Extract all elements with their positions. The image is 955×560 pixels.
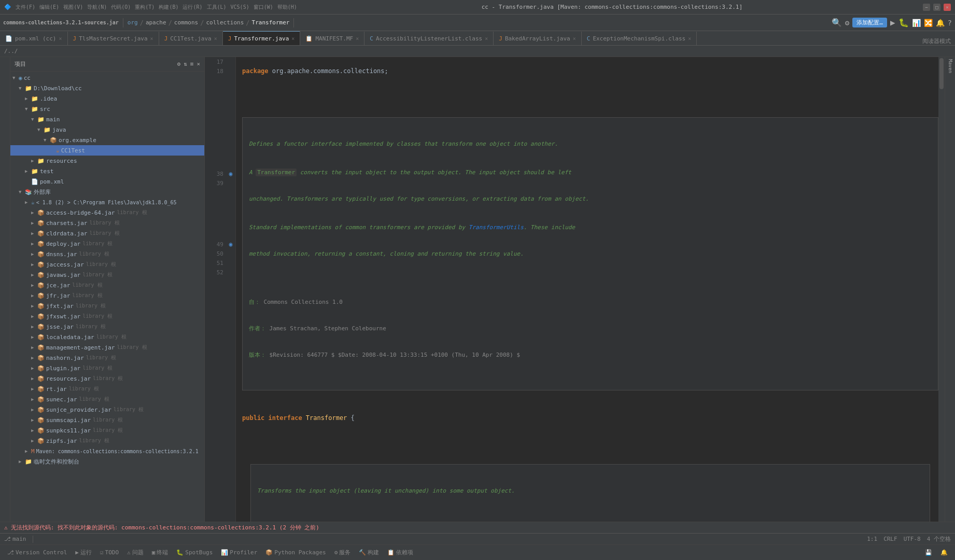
status-crlf[interactable]: CRLF — [883, 535, 897, 543]
tree-item-test[interactable]: ▶ 📁 test — [10, 166, 204, 176]
tree-item-jaccess[interactable]: ▶ 📦 jaccess.jar library 根 — [10, 259, 204, 270]
tree-item-maven-commons[interactable]: ▶ M Maven: commons-collections:commons-c… — [10, 446, 204, 456]
tab-accessibility[interactable]: C AccessibilityListenerList.class × — [364, 32, 494, 45]
tab-transformer-close[interactable]: × — [291, 36, 294, 41]
bottom-python-packages[interactable]: 📦 Python Packages — [262, 548, 329, 557]
bottom-services[interactable]: ⚙ 服务 — [331, 548, 354, 557]
menu-window[interactable]: 窗口(W) — [254, 4, 273, 11]
tree-item-pom-xml[interactable]: 📄 pom.xml — [10, 176, 204, 187]
tree-item-cc1test[interactable]: ☕ CC1Test — [10, 145, 204, 156]
tab-cc1[interactable]: J CC1Test.java × — [159, 32, 223, 45]
tree-item-ext-lib[interactable]: ▼ 📚 外部库 — [10, 187, 204, 197]
tree-item-access-bridge[interactable]: ▶ 📦 access-bridge-64.jar library 根 — [10, 207, 204, 218]
tree-item-main[interactable]: ▼ 📁 main — [10, 114, 204, 124]
tab-pom[interactable]: 📄 pom.xml (cc) × — [0, 32, 68, 45]
debug-button[interactable]: 🐛 — [898, 18, 909, 27]
scrollbar-track[interactable] — [938, 57, 945, 522]
tree-item-plugin[interactable]: ▶ 📦 plugin.jar library 根 — [10, 363, 204, 373]
close-button[interactable]: × — [944, 4, 951, 11]
status-encoding[interactable]: UTF-8 — [904, 535, 921, 543]
maximize-button[interactable]: □ — [933, 4, 940, 11]
tree-item-sunec[interactable]: ▶ 📦 sunec.jar library 根 — [10, 394, 204, 404]
notification-button[interactable]: 🔔 — [936, 19, 945, 27]
status-position[interactable]: 1:1 — [867, 535, 877, 543]
tree-item-deploy[interactable]: ▶ 📦 deploy.jar library 根 — [10, 239, 204, 249]
breadcrumb-commons[interactable]: commons — [174, 19, 198, 26]
sidebar-expand-icon[interactable]: ⇅ — [184, 61, 187, 67]
tab-exception[interactable]: C ExceptionMechanismSpi.class × — [582, 32, 697, 45]
maven-panel-icon[interactable]: Maven — [948, 59, 953, 73]
bottom-vcs[interactable]: ⎇ Version Control — [4, 548, 70, 557]
add-config-button[interactable]: 添加配置… — [852, 18, 887, 27]
bottom-deps[interactable]: 📋 依赖项 — [384, 548, 416, 557]
breadcrumb-apache[interactable]: apache — [146, 19, 166, 26]
tree-item-download[interactable]: ▼ 📁 D:\Download\cc — [10, 83, 204, 93]
tab-accessibility-close[interactable]: × — [485, 36, 488, 41]
bottom-profiler[interactable]: 📊 Profiler — [218, 548, 260, 557]
tree-item-charsets[interactable]: ▶ 📦 charsets.jar library 根 — [10, 218, 204, 228]
menu-tools[interactable]: 工具(L) — [207, 4, 227, 11]
tree-item-jfxswt[interactable]: ▶ 📦 jfxswt.jar library 根 — [10, 311, 204, 321]
tree-item-jdk[interactable]: ▶ ☕ < 1.8 (2) > C:\Program Files\Java\jd… — [10, 197, 204, 207]
reader-mode-button[interactable]: 阅读器模式 — [918, 37, 955, 45]
tree-item-java[interactable]: ▼ 📁 java — [10, 124, 204, 135]
tab-tls-close[interactable]: × — [150, 36, 153, 41]
menu-edit[interactable]: 编辑(E) — [39, 4, 59, 11]
menu-help[interactable]: 帮助(H) — [277, 4, 297, 11]
status-indent[interactable]: 4 个空格 — [927, 535, 951, 543]
bottom-problems[interactable]: ⚠ 问题 — [124, 548, 147, 557]
tree-item-zipfs[interactable]: ▶ 📦 zipfs.jar library 根 — [10, 436, 204, 446]
breadcrumb-transformer[interactable]: Transformer — [252, 19, 290, 26]
tree-item-resources[interactable]: ▶ 📁 resources — [10, 156, 204, 166]
bottom-run[interactable]: ▶ 运行 — [72, 548, 95, 557]
tree-item-src[interactable]: ▼ 📁 src — [10, 104, 204, 114]
profile-button[interactable]: 📊 — [912, 19, 921, 27]
tree-item-jfr[interactable]: ▶ 📦 jfr.jar library 根 — [10, 290, 204, 301]
settings-button[interactable]: ⚙ — [845, 19, 849, 27]
menu-nav[interactable]: 导航(N) — [87, 4, 107, 11]
tree-item-localedata[interactable]: ▶ 📦 localedata.jar library 根 — [10, 332, 204, 342]
tree-item-org-example[interactable]: ▼ 📦 org.example — [10, 135, 204, 145]
bottom-spotbugs[interactable]: 🐛 SpotBugs — [173, 548, 216, 557]
tree-item-sunmscapi[interactable]: ▶ 📦 sunmscapi.jar library 根 — [10, 415, 204, 425]
tree-item-sunpkcs11[interactable]: ▶ 📦 sunpkcs11.jar library 根 — [10, 425, 204, 436]
git-button[interactable]: 🔀 — [924, 19, 933, 27]
search-button[interactable]: 🔍 — [832, 18, 842, 27]
bottom-build[interactable]: 🔨 构建 — [356, 548, 382, 557]
tree-item-jsse[interactable]: ▶ 📦 jsse.jar library 根 — [10, 321, 204, 332]
menu-file[interactable]: 文件(F) — [16, 4, 35, 11]
tree-item-jfxt[interactable]: ▶ 📦 jfxt.jar library 根 — [10, 301, 204, 311]
menu-refactor[interactable]: 重构(T) — [135, 4, 155, 11]
tree-item-cldrdata[interactable]: ▶ 📦 cldrdata.jar library 根 — [10, 228, 204, 239]
tab-exception-close[interactable]: × — [688, 36, 691, 41]
bottom-notifications[interactable]: 🔔 — [937, 548, 951, 557]
run-button[interactable]: ▶ — [890, 18, 895, 27]
tree-item-rt[interactable]: ▶ 📦 rt.jar library 根 — [10, 384, 204, 394]
tab-pom-close[interactable]: × — [59, 36, 62, 41]
tab-baked[interactable]: J BakedArrayList.java × — [494, 32, 582, 45]
tab-transformer[interactable]: J Transformer.java × — [223, 31, 301, 45]
tab-tls[interactable]: J TlsMasterSecret.java × — [68, 32, 159, 45]
help-button[interactable]: ? — [948, 19, 952, 27]
menu-view[interactable]: 视图(V) — [63, 4, 83, 11]
transformer-utils-link[interactable]: TransformerUtils — [469, 224, 524, 231]
tree-item-mgmt[interactable]: ▶ 📦 management-agent.jar library 根 — [10, 342, 204, 353]
sidebar-close-icon[interactable]: × — [196, 61, 200, 67]
tree-item-dnsns[interactable]: ▶ 📦 dnsns.jar library 根 — [10, 249, 204, 259]
minimize-button[interactable]: − — [923, 4, 930, 11]
menu-code[interactable]: 代码(O) — [111, 4, 131, 11]
breadcrumb-org[interactable]: org — [128, 19, 138, 26]
tree-item-jce[interactable]: ▶ 📦 jce.jar library 根 — [10, 280, 204, 290]
bottom-todo[interactable]: ☑ TODO — [97, 548, 122, 557]
tree-item-tmp[interactable]: ▶ 📁 临时文件和控制台 — [10, 456, 204, 467]
editor-scroll[interactable]: 17 18 38 ◉ 39 — [205, 57, 945, 522]
tab-cc1-close[interactable]: × — [214, 36, 217, 41]
tab-manifest-close[interactable]: × — [356, 36, 359, 41]
menu-vcs[interactable]: VCS(S) — [231, 4, 249, 10]
code-body[interactable]: package org.apache.commons.collections; … — [236, 57, 945, 522]
menu-build[interactable]: 构建(B) — [159, 4, 178, 11]
menu-run[interactable]: 运行(R) — [182, 4, 202, 11]
tree-item-javaws[interactable]: ▶ 📦 javaws.jar library 根 — [10, 270, 204, 280]
tab-manifest[interactable]: 📋 MANIFEST.MF × — [300, 32, 364, 45]
sidebar-settings-icon[interactable]: ⚙ — [177, 61, 181, 67]
